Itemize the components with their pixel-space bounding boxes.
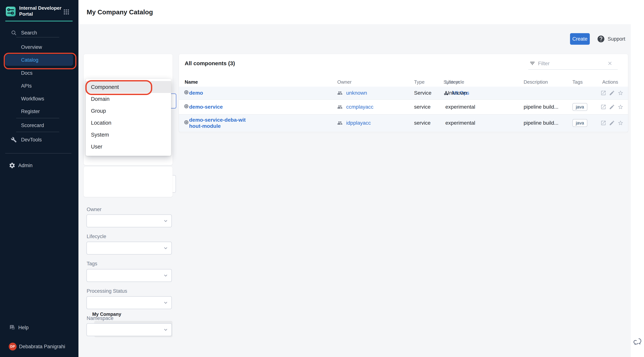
sidebar-item-search[interactable]: Search xyxy=(0,28,78,38)
type-cell: Service xyxy=(414,90,432,96)
table-row: demo MLOps unknown Service Unknown xyxy=(179,87,628,100)
owner-link[interactable]: unknown xyxy=(346,90,367,96)
entity-link[interactable]: demo-service xyxy=(189,104,223,110)
sidebar-item-label: Register xyxy=(21,109,40,114)
column-header-actions[interactable]: Actions xyxy=(602,79,618,85)
option-label: User xyxy=(91,144,102,150)
component-chip-icon xyxy=(184,120,189,126)
sidebar-item-label: Help xyxy=(18,325,29,330)
app-root: Internal Developer Portal Search Overvie… xyxy=(0,0,644,357)
sidebar-item-admin[interactable]: Admin xyxy=(0,160,78,171)
kind-option-group[interactable]: Group xyxy=(86,105,171,117)
row-actions xyxy=(600,90,624,96)
column-header-type[interactable]: Type xyxy=(414,79,424,85)
open-in-new-icon[interactable] xyxy=(600,90,606,96)
sidebar-item-overview[interactable]: Overview xyxy=(0,42,78,52)
edit-pencil-icon[interactable] xyxy=(609,90,615,96)
sidebar-item-register[interactable]: Register xyxy=(0,106,78,117)
kind-option-user[interactable]: User xyxy=(86,141,171,152)
processing-status-select[interactable] xyxy=(86,296,172,309)
tag-chip[interactable]: java xyxy=(572,119,587,127)
sidebar-item-workflows[interactable]: Workflows xyxy=(0,94,78,104)
components-table-card: All components (3) Filter Name System Ow… xyxy=(179,54,628,132)
column-header-lifecycle[interactable]: Lifecycle xyxy=(445,79,464,85)
column-header-description[interactable]: Description xyxy=(524,79,548,85)
table-filter-placeholder: Filter xyxy=(538,60,550,66)
wrench-icon xyxy=(11,137,17,143)
option-label: Location xyxy=(91,120,112,126)
chevron-down-icon xyxy=(163,327,168,332)
tag-chip[interactable]: java xyxy=(572,103,587,111)
brand-title: Internal Developer Portal xyxy=(19,5,62,17)
column-header-name[interactable]: Name xyxy=(185,79,198,85)
namespace-select[interactable] xyxy=(86,323,172,336)
owner-filter-label: Owner xyxy=(87,207,102,212)
sidebar-item-label: Admin xyxy=(18,163,32,168)
sidebar-user[interactable]: DP Debabrata Panigrahi xyxy=(0,341,78,352)
owner-link[interactable]: idpplayacc xyxy=(346,120,371,126)
chevron-down-icon xyxy=(163,273,168,278)
sidebar-item-label: Scorecard xyxy=(21,122,44,128)
lifecycle-filter-label: Lifecycle xyxy=(87,234,106,240)
tags-select[interactable] xyxy=(86,269,172,282)
tags-filter-label: Tags xyxy=(87,261,97,267)
star-icon[interactable] xyxy=(618,90,624,96)
app-grid-icon[interactable] xyxy=(63,8,70,15)
component-chip-icon xyxy=(184,104,189,110)
star-icon[interactable] xyxy=(618,120,624,126)
entity-link[interactable]: demo xyxy=(189,90,203,96)
chevron-down-icon xyxy=(163,218,168,224)
table-filter-input[interactable]: Filter xyxy=(528,58,618,70)
group-icon xyxy=(337,90,342,96)
processing-status-filter-label: Processing Status xyxy=(87,288,127,294)
sidebar-item-catalog[interactable]: Catalog xyxy=(5,54,73,66)
sidebar-item-devtools[interactable]: DevTools xyxy=(0,134,78,145)
star-icon[interactable] xyxy=(618,104,624,110)
sidebar-item-label: Workflows xyxy=(21,96,44,102)
table-row: demo-service-deba-without-module idpplay… xyxy=(179,114,628,132)
row-actions xyxy=(600,120,624,126)
sidebar-item-apis[interactable]: APIs xyxy=(0,81,78,91)
sidebar-item-label: DevTools xyxy=(21,137,42,143)
lifecycle-select[interactable] xyxy=(86,242,172,254)
group-icon xyxy=(337,104,342,110)
sidebar-item-scorecard[interactable]: Scorecard xyxy=(0,120,78,130)
create-button[interactable]: Create xyxy=(570,33,590,45)
lifecycle-cell: experimental xyxy=(445,120,475,126)
kind-option-domain[interactable]: Domain xyxy=(86,93,171,105)
sidebar-item-label: Overview xyxy=(21,44,42,50)
column-header-tags[interactable]: Tags xyxy=(572,79,583,85)
kind-option-component[interactable]: Component xyxy=(86,81,171,93)
kind-option-location[interactable]: Location xyxy=(86,117,171,129)
kind-dropdown-menu: Component Domain Group Location System U… xyxy=(86,79,171,156)
type-cell: service xyxy=(414,104,431,110)
edit-pencil-icon[interactable] xyxy=(609,120,615,126)
owner-link[interactable]: ccmplayacc xyxy=(346,104,374,110)
chevron-down-icon xyxy=(163,246,168,250)
portal-logo-icon xyxy=(6,6,16,17)
column-header-owner[interactable]: Owner xyxy=(337,79,352,85)
open-in-new-icon[interactable] xyxy=(600,104,606,110)
sidebar-divider xyxy=(16,37,59,38)
my-company-card: My Company All 3 xyxy=(84,166,172,197)
right-gutter xyxy=(631,24,644,357)
sidebar-item-docs[interactable]: Docs xyxy=(0,68,78,78)
sidebar-item-label: Search xyxy=(21,30,37,36)
option-label: Domain xyxy=(91,96,110,102)
sidebar-divider xyxy=(16,118,59,118)
owner-cell: ccmplayacc xyxy=(337,104,374,110)
sidebar-item-label: Docs xyxy=(21,70,32,76)
user-name: Debabrata Panigrahi xyxy=(19,344,65,350)
owner-select[interactable] xyxy=(86,214,172,227)
support-button[interactable]: Support xyxy=(597,34,625,44)
edit-pencil-icon[interactable] xyxy=(609,104,615,110)
close-icon[interactable] xyxy=(607,61,612,66)
table-title: All components (3) xyxy=(185,60,235,66)
chat-bubbles-icon[interactable] xyxy=(634,337,643,346)
kind-option-system[interactable]: System xyxy=(86,129,171,141)
open-in-new-icon[interactable] xyxy=(600,120,606,126)
entity-link[interactable]: demo-service-deba-without-module xyxy=(189,117,246,129)
component-chip-icon xyxy=(184,90,189,96)
sidebar-item-help[interactable]: ? Help xyxy=(0,322,78,333)
support-label: Support xyxy=(608,36,625,42)
